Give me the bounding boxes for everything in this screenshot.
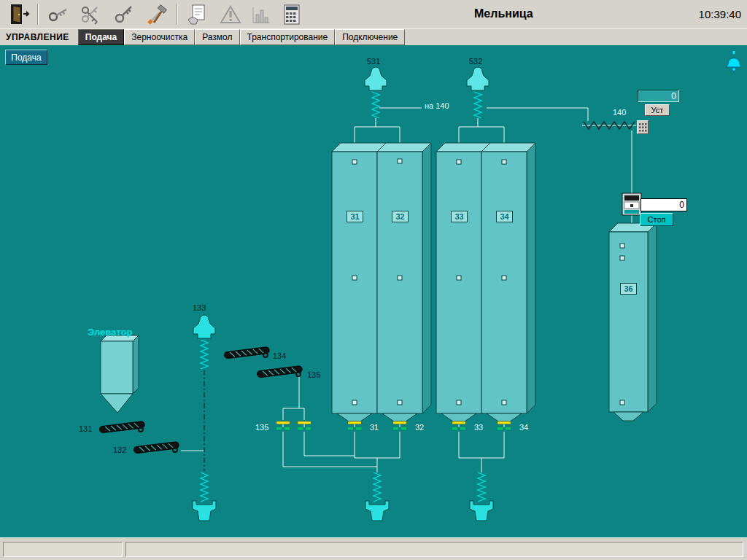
elevator-shape — [101, 335, 139, 413]
conveyor-134-label: 134 — [273, 351, 286, 360]
tab-transportirovanie[interactable]: Транспортирование — [240, 29, 336, 45]
conveyor-135-label: 135 — [307, 370, 320, 379]
tab-zernoochistka[interactable]: Зерноочистка — [124, 29, 195, 45]
silo-36-badge[interactable]: 36 — [620, 283, 637, 295]
screw-bin3 — [201, 472, 208, 502]
screw-bin1 — [374, 472, 381, 502]
conveyor-132-label: 132 — [113, 446, 126, 454]
elevator-label: Элеватор — [88, 327, 132, 338]
status-panel-left — [3, 542, 123, 557]
two-keys-button[interactable] — [77, 1, 106, 28]
silo-34 — [481, 143, 535, 421]
gate-31[interactable] — [348, 421, 361, 430]
tab-podkluchenie[interactable]: Подключение — [335, 29, 405, 45]
screw-133 — [201, 340, 208, 369]
toolbar-separator — [177, 4, 178, 25]
gate-32-label: 32 — [415, 423, 424, 432]
gate-135b[interactable] — [298, 421, 311, 430]
silo-32-badge[interactable]: 32 — [392, 211, 409, 222]
report-button[interactable] — [182, 1, 212, 28]
keypad-icon — [638, 122, 647, 133]
key-icon — [112, 3, 136, 26]
hopper-532[interactable] — [467, 67, 489, 90]
calculator-button[interactable] — [277, 1, 306, 28]
conveyor-131-label: 131 — [79, 424, 92, 433]
setpoint-set-button[interactable]: Уст — [645, 104, 670, 116]
alarm-bell-icon[interactable] — [727, 51, 741, 71]
gate-34-label: 34 — [519, 423, 528, 432]
conveyor-131[interactable] — [99, 421, 145, 436]
tools-button[interactable] — [143, 1, 172, 28]
discharge-hopper-2[interactable] — [470, 501, 493, 521]
two-keys-icon — [80, 3, 103, 26]
tab-razmol[interactable]: Размол — [195, 29, 239, 45]
silo-31-badge[interactable]: 31 — [347, 211, 363, 222]
trends-button[interactable] — [247, 1, 276, 28]
gate-31-label: 31 — [370, 423, 379, 432]
silo-33-badge[interactable]: 33 — [451, 211, 468, 222]
gate-34[interactable] — [498, 421, 511, 430]
tab-podacha[interactable]: Подача — [78, 29, 124, 45]
mimic-scene: Подача 531 532 на 140 140 Элеватор 133 1… — [0, 45, 747, 537]
keypad-button[interactable] — [637, 120, 649, 134]
flow-counter-display[interactable]: 0 — [640, 198, 687, 211]
screw-bin2 — [478, 472, 485, 502]
key-lever-icon — [47, 3, 70, 26]
hopper-133[interactable] — [193, 315, 215, 338]
exit-door-icon — [9, 3, 32, 26]
conveyor-132[interactable] — [133, 441, 179, 456]
gate-33[interactable] — [452, 421, 465, 430]
toolbar-separator — [37, 4, 39, 25]
window-title: Мельница — [474, 7, 533, 20]
gate-33-label: 33 — [474, 423, 483, 432]
silo-34-badge[interactable]: 34 — [496, 211, 513, 222]
tab-bar: УПРАВЛЕНИЕ Подача Зерноочистка Размол Тр… — [0, 29, 747, 45]
gate-135a[interactable] — [276, 421, 290, 430]
discharge-hopper-3[interactable] — [193, 501, 216, 521]
key-button[interactable] — [109, 1, 139, 28]
calculator-icon — [280, 3, 303, 26]
gate-32[interactable] — [393, 421, 406, 430]
hopper-531-label: 531 — [367, 57, 380, 66]
status-panel-right — [125, 542, 743, 557]
exit-button[interactable] — [6, 1, 35, 28]
page-button-podacha[interactable]: Подача — [5, 50, 47, 65]
screw-140-label: 140 — [613, 108, 626, 117]
key-lever-button[interactable] — [44, 1, 73, 28]
conveyor-135[interactable] — [257, 365, 303, 381]
hopper-133-label: 133 — [193, 303, 206, 312]
warning-icon — [219, 3, 242, 26]
route-na-140-label: на 140 — [425, 101, 449, 110]
silo-32 — [377, 143, 431, 421]
report-hand-icon — [185, 3, 209, 26]
screw-531 — [372, 92, 379, 118]
silo-36 — [609, 223, 657, 421]
toolbar: Мельница 10:39:40 — [0, 0, 747, 29]
screw-532 — [474, 92, 481, 118]
separator-device[interactable] — [622, 193, 641, 215]
stop-button[interactable]: Стоп — [640, 213, 673, 226]
hopper-532-label: 532 — [469, 57, 482, 66]
setpoint-display[interactable]: 0 — [638, 90, 679, 102]
status-bar — [0, 537, 747, 560]
hopper-531[interactable] — [365, 67, 387, 90]
alarms-button[interactable] — [216, 1, 245, 28]
nav-caption: УПРАВЛЕНИЕ — [6, 32, 69, 42]
clock: 10:39:40 — [681, 8, 741, 20]
conveyor-134[interactable] — [224, 346, 270, 362]
tools-icon — [146, 3, 169, 26]
gate-135-label: 135 — [255, 423, 268, 432]
discharge-hopper-1[interactable] — [365, 501, 389, 521]
bar-chart-icon — [249, 3, 273, 26]
